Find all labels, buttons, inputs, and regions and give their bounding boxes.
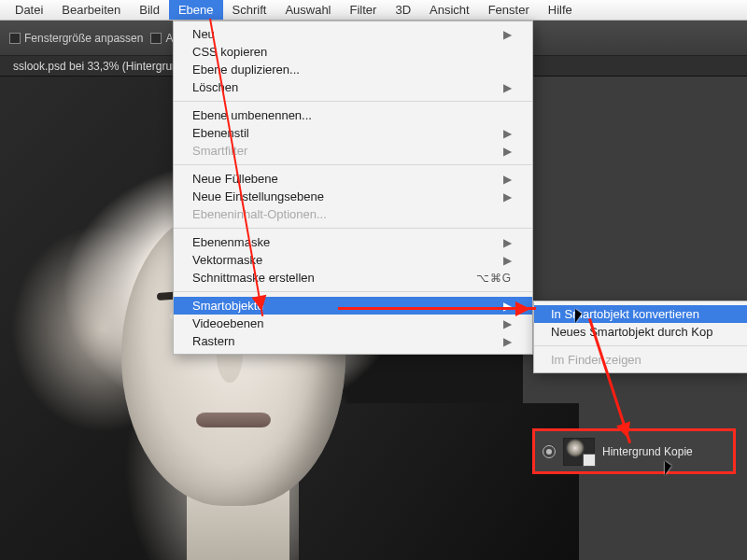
menu-item[interactable]: Videoebenen▶ bbox=[174, 315, 532, 332]
menu-separator bbox=[534, 345, 747, 346]
submenu-arrow-icon: ▶ bbox=[503, 236, 512, 249]
menu-item-label: Ebeneninhalt-Optionen... bbox=[192, 207, 327, 221]
submenu-item: Im Finder zeigen bbox=[534, 351, 747, 369]
menu-item[interactable]: Löschen▶ bbox=[174, 78, 532, 96]
shortcut-label: ⌥⌘G bbox=[476, 272, 512, 285]
submenu-arrow-icon: ▶ bbox=[503, 173, 512, 186]
menu-item-label: Rastern bbox=[192, 334, 235, 348]
smartobject-submenu: In Smartobjekt konvertierenNeues Smartob… bbox=[533, 301, 747, 373]
menu-item-label: Löschen bbox=[192, 80, 238, 94]
menu-fenster[interactable]: Fenster bbox=[479, 0, 539, 20]
menu-item-label: Smartfilter bbox=[192, 144, 247, 158]
menu-item[interactable]: Smartobjekte▶ bbox=[174, 297, 532, 315]
checkbox-icon[interactable] bbox=[150, 33, 162, 44]
visibility-eye-icon[interactable] bbox=[543, 445, 556, 458]
layer-name-label[interactable]: Hintergrund Kopie bbox=[602, 445, 693, 458]
menu-item-label: Ebene umbenennen... bbox=[192, 108, 312, 122]
menu-bar: DateiBearbeitenBildEbeneSchriftAuswahlFi… bbox=[0, 0, 747, 21]
menu-item-label: Ebenenmaske bbox=[192, 235, 270, 249]
menu-3d[interactable]: 3D bbox=[386, 0, 420, 20]
submenu-arrow-icon: ▶ bbox=[503, 335, 512, 348]
submenu-arrow-icon: ▶ bbox=[503, 254, 512, 267]
menu-ebene[interactable]: Ebene bbox=[169, 0, 223, 20]
cursor-icon bbox=[665, 461, 671, 475]
menu-item[interactable]: Neue Einstellungsebene▶ bbox=[174, 188, 532, 205]
annotation-arrow bbox=[338, 307, 536, 310]
menu-ansicht[interactable]: Ansicht bbox=[420, 0, 479, 20]
submenu-arrow-icon: ▶ bbox=[503, 300, 512, 313]
menu-bearbeiten[interactable]: Bearbeiten bbox=[52, 0, 130, 20]
menu-hilfe[interactable]: Hilfe bbox=[539, 0, 582, 20]
menu-item[interactable]: Schnittmaske erstellen⌥⌘G bbox=[174, 269, 532, 287]
submenu-arrow-icon: ▶ bbox=[503, 81, 512, 94]
fit-window-label: Fenstergröße anpassen bbox=[24, 32, 143, 45]
checkbox-icon[interactable] bbox=[9, 33, 21, 44]
menu-item[interactable]: Rastern▶ bbox=[174, 332, 532, 350]
menu-separator bbox=[174, 228, 532, 229]
submenu-item[interactable]: In Smartobjekt konvertieren bbox=[534, 305, 747, 323]
cursor-icon bbox=[575, 309, 582, 323]
menu-separator bbox=[174, 164, 532, 165]
menu-separator bbox=[174, 291, 532, 292]
submenu-arrow-icon: ▶ bbox=[503, 190, 512, 203]
menu-item[interactable]: CSS kopieren bbox=[174, 43, 532, 61]
menu-item[interactable]: Neu▶ bbox=[174, 25, 532, 43]
menu-item[interactable]: Ebenenmaske▶ bbox=[174, 233, 532, 251]
layer-menu-dropdown: Neu▶CSS kopierenEbene duplizieren...Lösc… bbox=[173, 21, 533, 355]
menu-item-label: Ebenenstil bbox=[192, 126, 249, 140]
menu-item-label: Neue Füllebene bbox=[192, 172, 278, 186]
menu-item-label: Ebene duplizieren... bbox=[192, 63, 300, 77]
menu-item: Smartfilter▶ bbox=[174, 142, 532, 160]
menu-item-label: Neue Einstellungsebene bbox=[192, 189, 324, 203]
menu-schrift[interactable]: Schrift bbox=[223, 0, 276, 20]
menu-item: Ebeneninhalt-Optionen... bbox=[174, 205, 532, 223]
submenu-arrow-icon: ▶ bbox=[503, 28, 512, 41]
submenu-arrow-icon: ▶ bbox=[503, 145, 512, 158]
menu-item-label: Videoebenen bbox=[192, 316, 263, 330]
layer-thumbnail[interactable] bbox=[563, 438, 595, 466]
fit-window-option[interactable]: Fenstergröße anpassen bbox=[9, 32, 143, 45]
menu-item-label: CSS kopieren bbox=[192, 45, 267, 59]
menu-separator bbox=[174, 101, 532, 102]
menu-item[interactable]: Ebene duplizieren... bbox=[174, 61, 532, 78]
submenu-item[interactable]: Neues Smartobjekt durch Kop bbox=[534, 323, 747, 341]
submenu-arrow-icon: ▶ bbox=[503, 317, 512, 330]
menu-bild[interactable]: Bild bbox=[130, 0, 169, 20]
menu-auswahl[interactable]: Auswahl bbox=[275, 0, 340, 20]
menu-filter[interactable]: Filter bbox=[341, 0, 387, 20]
menu-item[interactable]: Vektormaske▶ bbox=[174, 251, 532, 269]
document-tab-label: sslook.psd bei 33,3% (Hintergrun bbox=[13, 60, 178, 73]
submenu-arrow-icon: ▶ bbox=[503, 127, 512, 140]
menu-item[interactable]: Neue Füllebene▶ bbox=[174, 170, 532, 188]
menu-datei[interactable]: Datei bbox=[6, 0, 52, 20]
